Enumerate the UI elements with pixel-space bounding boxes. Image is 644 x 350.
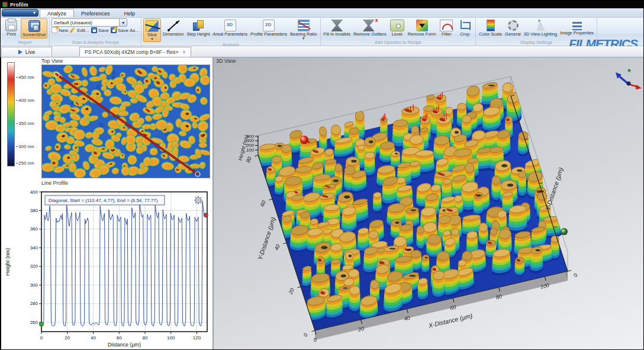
filter-icon: [440, 20, 453, 31]
color-scale-icon: [487, 20, 495, 31]
svg-text:40: 40: [91, 335, 96, 341]
svg-text:Diagonal, Start = (110.47, 4.7: Diagonal, Start = (110.47, 4.77), End = …: [49, 198, 158, 203]
step-height-button[interactable]: Step Height: [185, 18, 211, 37]
chevron-down-icon[interactable]: ▼: [119, 19, 127, 26]
tab-preferences[interactable]: Preferences: [74, 9, 117, 17]
filter-button[interactable]: Filter: [437, 18, 455, 37]
color-scale-label: 400 nm: [16, 98, 34, 103]
title-bar: Profilm: [1, 1, 643, 8]
svg-text:260: 260: [30, 320, 38, 325]
profile-parameters-button[interactable]: Profile Parameters: [249, 18, 288, 37]
group-label-recipe: Scan & Analysis Recipe: [51, 40, 139, 46]
edit-recipe-button[interactable]: Edit...: [70, 27, 89, 33]
group-add-operator: Fill In Invalids x Remove Outliers Level…: [321, 18, 476, 46]
remove-form-icon: [416, 20, 428, 31]
play-icon: [18, 50, 22, 54]
app-title: Profilm: [10, 2, 28, 8]
recipe-dropdown[interactable]: Default (Unsaved) ▼: [51, 18, 127, 27]
line-profile-chart[interactable]: 020406080100120260280300320340360380400D…: [1, 186, 212, 349]
3d-view-lighting-button[interactable]: 3D View Lighting: [523, 18, 558, 37]
line-profile-title: Line Profile: [41, 180, 68, 186]
live-button[interactable]: Live: [1, 47, 52, 57]
chart-settings-gear-icon[interactable]: [194, 196, 202, 204]
svg-text:400: 400: [30, 190, 38, 195]
svg-text:Height (nm): Height (nm): [5, 248, 11, 275]
svg-text:Distance (µm): Distance (µm): [108, 342, 141, 348]
lighting-icon: [534, 20, 546, 31]
dimension-button[interactable]: Dimension: [162, 18, 185, 37]
group-report: Print ScreenShot Report: [1, 18, 50, 46]
slice-button[interactable]: Slice▾: [143, 18, 161, 42]
profile-end-marker: [204, 213, 208, 217]
svg-text:380: 380: [30, 208, 38, 213]
level-button[interactable]: Level: [388, 18, 406, 37]
new-recipe-button[interactable]: New: [51, 27, 68, 33]
document-tab[interactable]: PS PCA 50Xobj 4XZM comp B<8F - Res> ×: [79, 47, 191, 57]
chevron-down-icon: ▾: [302, 37, 305, 40]
chevron-down-icon: ▾: [151, 37, 153, 41]
remove-outliers-icon: x: [363, 20, 377, 31]
svg-text:360: 360: [30, 226, 38, 232]
slice-icon: [146, 20, 159, 32]
image-properties-icon: [572, 22, 582, 30]
group-recipe: Default (Unsaved) ▼ New Edit... Save: [50, 18, 141, 46]
svg-text:80: 80: [143, 335, 148, 341]
pencil-icon: [70, 27, 76, 33]
document-tab-strip: Live PS PCA 50Xobj 4XZM comp B<8F - Res>…: [1, 46, 643, 57]
remove-outliers-button[interactable]: x Remove Outliers: [352, 18, 388, 37]
remove-form-button[interactable]: Remove Form: [407, 18, 437, 37]
new-document-icon: [51, 27, 57, 33]
group-label-report: Report: [2, 40, 47, 46]
svg-text:100: 100: [167, 335, 175, 341]
color-scale-label: 250 nm: [16, 160, 34, 166]
profile-parameters-icon: [263, 20, 275, 31]
areal-parameters-icon: [224, 20, 236, 31]
areal-parameters-button[interactable]: Areal Parameters: [212, 18, 249, 37]
right-pane: 3D View: [214, 57, 644, 350]
bearing-ratio-button[interactable]: Bearing Ratio▾: [289, 18, 318, 41]
svg-text:280: 280: [30, 301, 38, 306]
tab-analyze[interactable]: Analyze: [40, 9, 74, 17]
color-scale-label: 450 nm: [16, 75, 34, 80]
application-menu-button[interactable]: ▾: [2, 9, 38, 17]
image-properties-button[interactable]: Image Properties: [559, 18, 595, 36]
svg-text:320: 320: [30, 264, 38, 269]
color-scale-label: 300 nm: [16, 144, 34, 149]
screenshot-button[interactable]: ScreenShot: [21, 18, 47, 38]
svg-text:300: 300: [30, 282, 38, 288]
save-as-recipe-button[interactable]: Save As...: [111, 27, 139, 33]
group-label-add-operator: Add Operator to Recipe: [323, 40, 474, 46]
left-pane: 450 nm 400 nm 350 nm 300 nm 250 nm Top V…: [1, 57, 212, 350]
fill-invalids-icon: [331, 20, 343, 31]
menu-bar: ▾ Analyze Preferences Help: [1, 8, 643, 18]
level-icon: [390, 20, 404, 31]
height-color-scale: 450 nm 400 nm 350 nm 300 nm 250 nm: [7, 62, 38, 172]
document-tab-label: PS PCA 50Xobj 4XZM comp B<8F - Res>: [85, 49, 178, 55]
print-button[interactable]: Print: [2, 18, 20, 37]
3d-view-title: 3D View: [216, 58, 236, 64]
general-settings-button[interactable]: General: [504, 18, 522, 37]
main-area: 450 nm 400 nm 350 nm 300 nm 250 nm Top V…: [1, 57, 643, 350]
svg-text:340: 340: [30, 245, 38, 251]
3d-surface-view[interactable]: [214, 64, 644, 349]
svg-text:120: 120: [193, 335, 201, 341]
step-height-icon: [192, 20, 204, 31]
save-as-disk-icon: [111, 27, 117, 33]
bearing-ratio-icon: [298, 20, 310, 31]
chevron-down-icon: ▾: [33, 10, 36, 15]
tab-help[interactable]: Help: [117, 9, 143, 17]
fill-in-invalids-button[interactable]: Fill In Invalids: [323, 18, 352, 37]
svg-text:20: 20: [65, 335, 70, 341]
crop-button[interactable]: Crop: [456, 18, 474, 37]
save-recipe-button[interactable]: Save: [91, 27, 109, 33]
top-view-image[interactable]: [41, 65, 210, 178]
color-scale-button[interactable]: Color Scale: [478, 18, 503, 37]
gear-icon: [507, 20, 519, 31]
profile-start-marker: [40, 322, 44, 326]
screenshot-icon: [28, 20, 40, 32]
dimension-icon: [168, 20, 179, 31]
svg-text:60: 60: [117, 335, 122, 341]
top-view-title: Top View: [41, 58, 63, 64]
ribbon-toolbar: Print ScreenShot Report Default (Unsaved…: [1, 18, 643, 46]
close-icon[interactable]: ×: [182, 49, 185, 55]
